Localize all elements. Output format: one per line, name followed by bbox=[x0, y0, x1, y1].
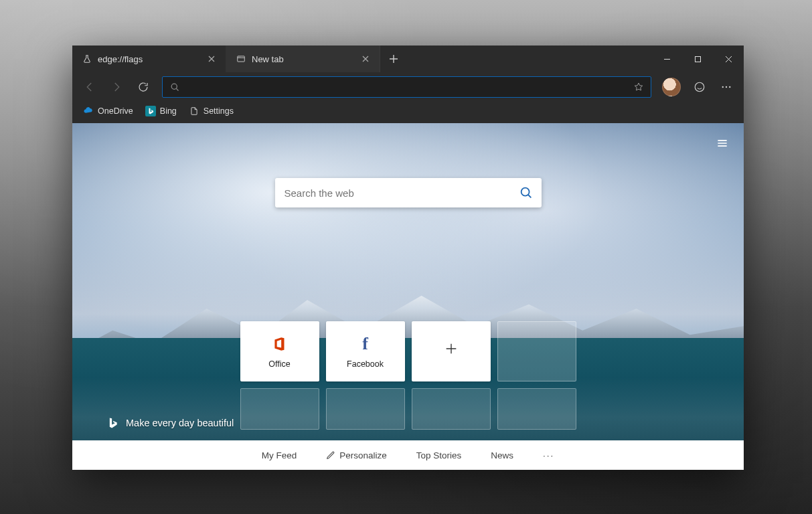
quick-links-tiles: Office f Facebook bbox=[240, 321, 576, 430]
feedback-smiley-button[interactable] bbox=[687, 75, 712, 99]
feed-myfeed[interactable]: My Feed bbox=[259, 446, 300, 464]
favorite-onedrive[interactable]: OneDrive bbox=[78, 103, 139, 119]
tile-label: Office bbox=[268, 359, 290, 369]
favorite-bing[interactable]: Bing bbox=[140, 103, 182, 119]
feed-personalize[interactable]: Personalize bbox=[323, 446, 390, 464]
tile-add[interactable] bbox=[412, 321, 491, 381]
newtab-icon bbox=[236, 54, 246, 64]
favorite-star-icon[interactable] bbox=[631, 82, 647, 92]
tile-facebook[interactable]: f Facebook bbox=[326, 321, 405, 381]
svg-point-2 bbox=[171, 84, 177, 89]
bing-tagline[interactable]: Make every day beautiful bbox=[106, 416, 234, 430]
bing-tagline-text: Make every day beautiful bbox=[126, 418, 234, 428]
feed-label: Personalize bbox=[339, 450, 387, 460]
svg-point-5 bbox=[726, 86, 727, 88]
web-search-button[interactable] bbox=[511, 178, 542, 207]
svg-rect-0 bbox=[238, 56, 245, 62]
maximize-button[interactable] bbox=[682, 46, 713, 72]
tab-label: New tab bbox=[252, 54, 353, 64]
tile-placeholder[interactable] bbox=[326, 388, 405, 430]
feed-label: My Feed bbox=[262, 450, 297, 460]
address-input[interactable] bbox=[183, 77, 631, 97]
favorite-label: Bing bbox=[160, 106, 177, 116]
window-controls bbox=[651, 46, 744, 72]
favorite-settings[interactable]: Settings bbox=[183, 103, 239, 119]
tab-label: edge://flags bbox=[98, 54, 199, 64]
tile-label: Facebook bbox=[347, 359, 384, 369]
favorite-label: Settings bbox=[204, 106, 234, 116]
new-tab-button[interactable] bbox=[380, 46, 407, 72]
search-icon bbox=[167, 82, 183, 92]
plus-icon bbox=[444, 339, 459, 359]
tile-placeholder[interactable] bbox=[412, 388, 491, 430]
svg-point-6 bbox=[729, 86, 730, 88]
feed-label: Top Stories bbox=[416, 450, 462, 460]
tile-placeholder[interactable] bbox=[497, 321, 576, 381]
page-icon bbox=[189, 106, 199, 116]
web-search-input[interactable] bbox=[275, 187, 511, 199]
tile-office[interactable]: Office bbox=[240, 321, 319, 381]
refresh-button[interactable] bbox=[131, 75, 155, 99]
minimize-button[interactable] bbox=[651, 46, 682, 72]
settings-more-button[interactable] bbox=[714, 75, 738, 99]
back-button[interactable] bbox=[78, 75, 102, 99]
ellipsis-icon: ··· bbox=[543, 450, 554, 460]
svg-point-3 bbox=[695, 82, 704, 92]
bing-icon bbox=[145, 106, 156, 116]
browser-window: edge://flags New tab bbox=[72, 46, 744, 470]
flask-icon bbox=[82, 54, 92, 64]
feed-topstories[interactable]: Top Stories bbox=[414, 446, 465, 464]
tab-newtab[interactable]: New tab bbox=[226, 46, 380, 72]
window-close-button[interactable] bbox=[713, 46, 744, 72]
tab-flags[interactable]: edge://flags bbox=[72, 46, 226, 72]
pencil-icon bbox=[326, 450, 335, 460]
svg-rect-1 bbox=[695, 56, 700, 62]
facebook-icon: f bbox=[362, 334, 368, 354]
svg-point-4 bbox=[722, 86, 724, 88]
tile-placeholder[interactable] bbox=[240, 388, 319, 430]
tile-placeholder[interactable] bbox=[497, 388, 576, 430]
tab-close-button[interactable] bbox=[358, 52, 373, 66]
onedrive-icon bbox=[83, 106, 94, 116]
office-icon bbox=[271, 334, 289, 354]
toolbar bbox=[72, 72, 744, 102]
feed-more-button[interactable]: ··· bbox=[540, 446, 557, 464]
tab-close-button[interactable] bbox=[204, 52, 219, 66]
new-tab-page: Office f Facebook bbox=[72, 123, 744, 470]
favorite-label: OneDrive bbox=[98, 106, 133, 116]
bing-icon bbox=[106, 416, 119, 430]
favorites-bar: OneDrive Bing Settings bbox=[72, 102, 744, 123]
profile-avatar[interactable] bbox=[662, 78, 681, 96]
feed-label: News bbox=[491, 450, 513, 460]
ntp-menu-button[interactable] bbox=[713, 134, 732, 153]
web-search-box[interactable] bbox=[275, 178, 542, 207]
feed-news[interactable]: News bbox=[488, 446, 516, 464]
tab-strip: edge://flags New tab bbox=[72, 46, 744, 72]
forward-button[interactable] bbox=[104, 75, 129, 99]
feed-bar: My Feed Personalize Top Stories News ··· bbox=[72, 440, 744, 470]
address-bar[interactable] bbox=[162, 76, 651, 98]
